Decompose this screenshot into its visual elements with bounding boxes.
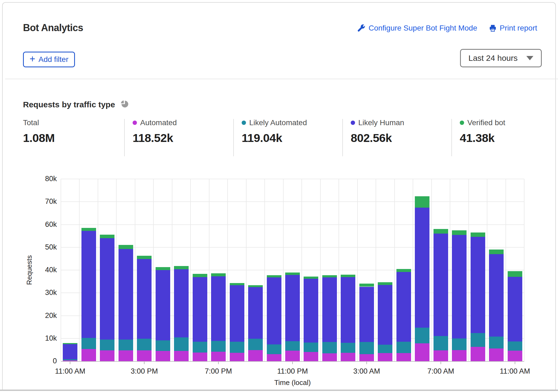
bar-segment-verified-bot[interactable] bbox=[119, 245, 133, 249]
bar-segment-verified-bot[interactable] bbox=[81, 228, 96, 231]
bar-segment-likely-automated[interactable] bbox=[508, 341, 522, 351]
bar-segment-verified-bot[interactable] bbox=[267, 275, 281, 277]
add-filter-button[interactable]: + Add filter bbox=[23, 52, 75, 67]
bar-segment-likely-human[interactable] bbox=[174, 269, 189, 337]
bar-segment-automated[interactable] bbox=[81, 349, 96, 361]
bar-segment-likely-automated[interactable] bbox=[304, 343, 318, 352]
bar-segment-automated[interactable] bbox=[137, 350, 152, 361]
bar-segment-verified-bot[interactable] bbox=[322, 275, 337, 277]
bar-segment-verified-bot[interactable] bbox=[359, 284, 374, 287]
time-range-dropdown[interactable]: Last 24 hours bbox=[460, 49, 542, 67]
bar-segment-likely-automated[interactable] bbox=[100, 340, 114, 350]
bar-segment-automated[interactable] bbox=[396, 353, 411, 361]
bar-segment-likely-automated[interactable] bbox=[378, 345, 392, 353]
bar-segment-likely-automated[interactable] bbox=[230, 342, 244, 353]
bar-segment-automated[interactable] bbox=[434, 350, 448, 361]
bar-segment-likely-human[interactable] bbox=[100, 238, 114, 340]
bar-segment-likely-automated[interactable] bbox=[396, 342, 411, 353]
bar-segment-verified-bot[interactable] bbox=[471, 232, 485, 237]
bar-segment-likely-human[interactable] bbox=[156, 270, 170, 340]
bar-segment-likely-automated[interactable] bbox=[63, 359, 77, 360]
bar-segment-likely-automated[interactable] bbox=[359, 342, 374, 354]
bar-segment-automated[interactable] bbox=[378, 353, 392, 361]
bar-segment-likely-human[interactable] bbox=[341, 277, 355, 343]
bar-segment-likely-human[interactable] bbox=[63, 344, 77, 359]
bar-segment-likely-automated[interactable] bbox=[81, 338, 96, 349]
bar-segment-likely-human[interactable] bbox=[489, 254, 504, 337]
bar-segment-automated[interactable] bbox=[489, 348, 504, 361]
bar-segment-likely-automated[interactable] bbox=[415, 328, 429, 343]
bar-segment-automated[interactable] bbox=[193, 353, 207, 361]
bar-segment-likely-human[interactable] bbox=[137, 259, 152, 339]
bar-segment-likely-human[interactable] bbox=[119, 249, 133, 340]
bar-segment-likely-human[interactable] bbox=[230, 285, 244, 342]
bar-segment-verified-bot[interactable] bbox=[211, 273, 226, 276]
bar-segment-verified-bot[interactable] bbox=[341, 275, 355, 277]
bar-segment-likely-automated[interactable] bbox=[489, 337, 504, 348]
bar-segment-verified-bot[interactable] bbox=[396, 269, 411, 272]
bar-segment-automated[interactable] bbox=[267, 354, 281, 361]
bar-segment-likely-human[interactable] bbox=[267, 277, 281, 344]
bar-segment-automated[interactable] bbox=[119, 350, 133, 361]
bar-segment-automated[interactable] bbox=[156, 351, 170, 361]
bar-segment-automated[interactable] bbox=[471, 347, 485, 361]
print-report-link[interactable]: Print report bbox=[489, 24, 537, 32]
bar-segment-likely-automated[interactable] bbox=[341, 343, 355, 353]
bar-segment-likely-human[interactable] bbox=[211, 276, 226, 341]
bar-segment-likely-human[interactable] bbox=[304, 279, 318, 343]
bar-segment-automated[interactable] bbox=[415, 343, 429, 361]
bar-segment-verified-bot[interactable] bbox=[452, 230, 467, 235]
bar-segment-automated[interactable] bbox=[322, 353, 337, 361]
bar-segment-likely-human[interactable] bbox=[434, 234, 448, 336]
bar-segment-automated[interactable] bbox=[230, 353, 244, 361]
bar-segment-likely-automated[interactable] bbox=[322, 342, 337, 353]
bar-segment-automated[interactable] bbox=[341, 353, 355, 361]
bar-segment-automated[interactable] bbox=[211, 352, 226, 361]
bar-segment-automated[interactable] bbox=[508, 351, 522, 361]
bar-segment-likely-human[interactable] bbox=[471, 237, 485, 333]
bar-segment-verified-bot[interactable] bbox=[230, 283, 244, 285]
bar-segment-likely-human[interactable] bbox=[452, 235, 467, 338]
bar-segment-likely-human[interactable] bbox=[359, 287, 374, 342]
bar-segment-verified-bot[interactable] bbox=[415, 196, 429, 208]
bar-segment-verified-bot[interactable] bbox=[174, 266, 189, 270]
bar-segment-likely-human[interactable] bbox=[248, 287, 263, 338]
bar-segment-likely-automated[interactable] bbox=[248, 339, 263, 350]
bar-segment-likely-automated[interactable] bbox=[137, 339, 152, 350]
bar-segment-verified-bot[interactable] bbox=[100, 235, 114, 238]
bar-segment-verified-bot[interactable] bbox=[304, 277, 318, 279]
bar-segment-likely-human[interactable] bbox=[81, 231, 96, 338]
bar-segment-likely-automated[interactable] bbox=[267, 344, 281, 354]
bar-segment-verified-bot[interactable] bbox=[508, 271, 522, 277]
configure-super-bot-fight-mode-link[interactable]: Configure Super Bot Fight Mode bbox=[357, 24, 477, 32]
bar-segment-verified-bot[interactable] bbox=[63, 343, 77, 344]
bar-segment-automated[interactable] bbox=[248, 350, 263, 361]
bar-segment-likely-automated[interactable] bbox=[452, 338, 467, 350]
bar-segment-likely-human[interactable] bbox=[415, 208, 429, 328]
bar-segment-verified-bot[interactable] bbox=[193, 274, 207, 277]
bar-segment-verified-bot[interactable] bbox=[137, 256, 152, 259]
bar-segment-automated[interactable] bbox=[304, 352, 318, 361]
bar-segment-verified-bot[interactable] bbox=[489, 250, 504, 254]
bar-segment-automated[interactable] bbox=[100, 350, 114, 361]
bar-segment-automated[interactable] bbox=[174, 351, 189, 361]
bar-segment-likely-automated[interactable] bbox=[156, 340, 170, 351]
bar-segment-likely-automated[interactable] bbox=[471, 333, 485, 347]
bar-segment-likely-automated[interactable] bbox=[211, 341, 226, 352]
bar-segment-likely-automated[interactable] bbox=[285, 341, 300, 351]
bar-segment-automated[interactable] bbox=[285, 351, 300, 361]
bar-segment-likely-automated[interactable] bbox=[193, 342, 207, 353]
bar-segment-likely-human[interactable] bbox=[508, 277, 522, 341]
bar-segment-verified-bot[interactable] bbox=[378, 282, 392, 285]
bar-segment-likely-human[interactable] bbox=[378, 285, 392, 345]
bar-segment-likely-human[interactable] bbox=[396, 272, 411, 342]
bar-segment-verified-bot[interactable] bbox=[285, 273, 300, 275]
bar-segment-likely-human[interactable] bbox=[322, 277, 337, 342]
bar-segment-automated[interactable] bbox=[359, 354, 374, 361]
bar-segment-verified-bot[interactable] bbox=[248, 285, 263, 287]
bar-segment-likely-human[interactable] bbox=[285, 275, 300, 341]
bar-segment-verified-bot[interactable] bbox=[156, 267, 170, 270]
bar-segment-automated[interactable] bbox=[452, 350, 467, 361]
bar-segment-likely-automated[interactable] bbox=[434, 336, 448, 350]
bar-segment-likely-automated[interactable] bbox=[174, 337, 189, 351]
